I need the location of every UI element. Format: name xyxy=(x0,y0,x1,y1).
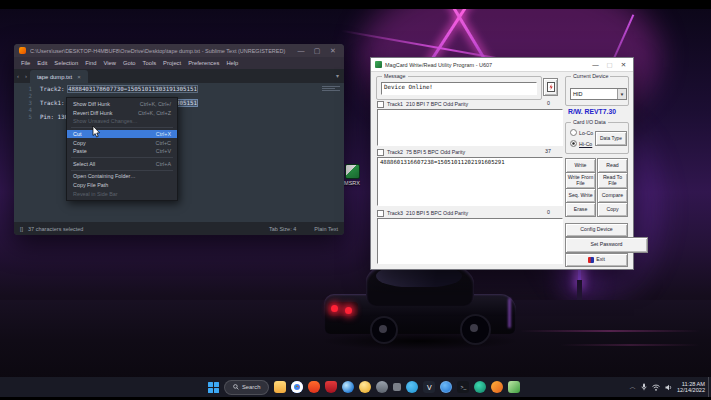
menu-item-revert-diff-hunk[interactable]: Revert Diff HunkCtrl+K, Ctrl+Z xyxy=(67,109,177,118)
menu-project[interactable]: Project xyxy=(163,60,181,66)
menu-selection[interactable]: Selection xyxy=(54,60,78,66)
wifi-icon[interactable] xyxy=(652,384,660,391)
orange-app-icon[interactable] xyxy=(491,381,503,393)
line-number: 3 xyxy=(14,100,32,107)
track3-data-field[interactable] xyxy=(377,218,563,264)
menu-item-open-containing-folder[interactable]: Open Containing Folder… xyxy=(67,172,177,181)
loco-radio-row[interactable]: Lo-Co xyxy=(570,129,593,136)
chrome-icon[interactable] xyxy=(291,381,303,393)
sublime-titlebar[interactable]: C:\Users\user\DESKTOP-H4MBUF8\OneDrive\D… xyxy=(14,44,344,57)
config-device-button[interactable]: Config Device xyxy=(565,223,628,237)
car-taillight xyxy=(331,305,338,312)
car-rim-light xyxy=(508,298,511,328)
tab-tape-dump[interactable]: tape dump.txt × xyxy=(30,70,88,83)
write-button[interactable]: Write xyxy=(565,158,596,173)
microphone-icon[interactable] xyxy=(641,383,647,391)
yellow-app-icon[interactable] xyxy=(359,381,371,393)
menu-item-select-all[interactable]: Select AllCtrl+A xyxy=(67,160,177,169)
loco-radio[interactable] xyxy=(570,129,577,136)
sublime-editor[interactable]: 1 Track2: 4888403178607730=1505101130319… xyxy=(14,83,344,222)
menu-view[interactable]: View xyxy=(103,60,115,66)
car-wheel xyxy=(460,314,491,345)
road-reflection xyxy=(560,344,700,346)
v-app-icon[interactable]: V xyxy=(423,381,435,393)
exit-button[interactable]: Exit xyxy=(565,253,628,267)
tab-overflow-icon[interactable]: ▾ xyxy=(331,69,344,83)
track2-data-field[interactable]: 4888601316607238=15051011202191605291 xyxy=(377,157,563,206)
tray-chevron-icon[interactable]: ︿ xyxy=(630,383,637,392)
track2-checkbox[interactable] xyxy=(377,149,384,156)
menu-item-paste[interactable]: PasteCtrl+V xyxy=(67,147,177,156)
track3-checkbox[interactable] xyxy=(377,210,384,217)
menu-find[interactable]: Find xyxy=(85,60,96,66)
menu-goto[interactable]: Goto xyxy=(123,60,136,66)
tab-close-icon[interactable]: × xyxy=(77,74,81,80)
track3-label: Track3 xyxy=(387,210,403,216)
magcard-window-title: MagCard Write/Read Utility Program - U60… xyxy=(385,62,587,68)
erase-button[interactable]: Erase xyxy=(565,202,596,217)
sublime-logo-icon xyxy=(19,47,26,54)
volume-icon[interactable] xyxy=(665,384,672,391)
start-button[interactable] xyxy=(208,382,219,393)
data-type-button[interactable]: Data Type xyxy=(595,131,627,146)
maximize-button[interactable]: ▢ xyxy=(311,44,323,57)
read-to-file-button[interactable]: Read To File xyxy=(597,172,628,189)
magcard-titlebar[interactable]: MagCard Write/Read Utility Program - U60… xyxy=(371,58,633,72)
minimize-button[interactable]: — xyxy=(590,58,601,71)
editor-line: 1 Track2: 4888403178607730=1505101130319… xyxy=(14,86,344,93)
avg-shield-icon[interactable] xyxy=(325,381,337,393)
menu-item-copy-file-path[interactable]: Copy File Path xyxy=(67,181,177,190)
track3-spec: 210 BPI 5 BPC Odd Parity xyxy=(406,210,468,216)
close-button[interactable]: ✕ xyxy=(618,58,629,71)
car-taillight xyxy=(345,307,352,314)
menu-file[interactable]: File xyxy=(21,60,30,66)
menu-preferences[interactable]: Preferences xyxy=(188,60,219,66)
context-menu: Show Diff HunkCtrl+K, Ctrl+/ Revert Diff… xyxy=(66,97,178,201)
set-password-button[interactable]: Set Password xyxy=(565,237,648,253)
green-image-app-icon[interactable] xyxy=(508,381,520,393)
dropdown-arrow-icon[interactable]: ▼ xyxy=(617,89,626,99)
terminal-icon[interactable]: >_ xyxy=(457,381,469,393)
menu-item-copy[interactable]: CopyCtrl+C xyxy=(67,138,177,147)
menu-help[interactable]: Help xyxy=(226,60,238,66)
file-explorer-icon[interactable] xyxy=(274,381,286,393)
menu-item-cut[interactable]: CutCtrl+X xyxy=(67,130,177,139)
track1-data-field[interactable] xyxy=(377,109,563,146)
teal-app-icon[interactable] xyxy=(474,381,486,393)
hico-radio-row[interactable]: Hi-Co xyxy=(570,140,592,147)
menu-tools[interactable]: Tools xyxy=(143,60,157,66)
copy-button[interactable]: Copy xyxy=(597,202,628,217)
firmware-version: R/W. REVT7.30 xyxy=(568,108,616,115)
read-button[interactable]: Read xyxy=(597,158,628,173)
blue-globe-app-icon[interactable] xyxy=(342,381,354,393)
message-field[interactable]: Device Online! xyxy=(381,82,537,95)
current-device-group: Current Device HID ▼ xyxy=(565,76,629,106)
write-from-file-button[interactable]: Write From File xyxy=(565,172,596,189)
minimize-button[interactable]: — xyxy=(295,44,307,57)
status-tab-size[interactable]: Tab Size: 4 xyxy=(269,226,296,232)
status-syntax[interactable]: Plain Text xyxy=(314,226,338,232)
menu-edit[interactable]: Edit xyxy=(37,60,47,66)
close-button[interactable]: ✕ xyxy=(327,44,339,57)
line-number: 2 xyxy=(14,93,32,100)
message-group: Message Device Online! xyxy=(376,76,542,100)
track1-checkbox[interactable] xyxy=(377,101,384,108)
seq-write-button[interactable]: Seq. Write xyxy=(565,188,596,203)
menu-item-show-diff-hunk[interactable]: Show Diff HunkCtrl+K, Ctrl+/ xyxy=(67,100,177,109)
telegram-icon[interactable] xyxy=(406,381,418,393)
search-box[interactable]: Search xyxy=(224,380,269,395)
tab-nav-back-icon[interactable]: ‹ xyxy=(14,69,22,83)
minimap[interactable] xyxy=(320,85,342,115)
clipboard-bolt-icon xyxy=(547,82,555,92)
blue-check-app-icon[interactable] xyxy=(440,381,452,393)
tray-clock[interactable]: 11:28 AM 12/14/2022 xyxy=(677,381,705,394)
device-dropdown[interactable]: HID ▼ xyxy=(570,88,627,100)
gray-app-icon[interactable] xyxy=(376,381,388,393)
status-icon[interactable]: [] xyxy=(20,226,23,232)
compare-button[interactable]: Compare xyxy=(597,188,628,203)
tab-nav-forward-icon[interactable]: › xyxy=(22,69,30,83)
mini-app-icon[interactable] xyxy=(393,383,401,391)
device-refresh-button[interactable] xyxy=(543,78,558,96)
hico-radio[interactable] xyxy=(570,140,577,147)
brave-icon[interactable] xyxy=(308,381,320,393)
